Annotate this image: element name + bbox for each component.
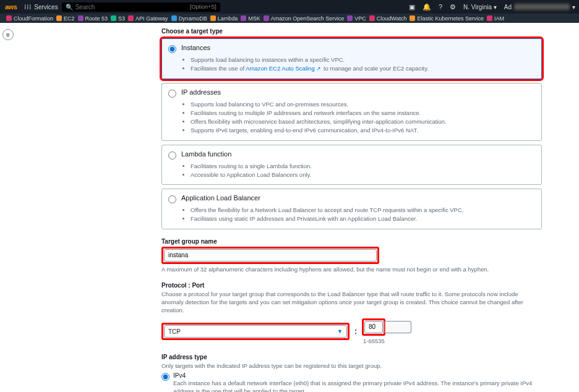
fav-iam[interactable]: IAM — [487, 15, 504, 22]
target-type-lambda-radio[interactable] — [168, 151, 176, 160]
services-link[interactable]: Services — [34, 4, 61, 11]
protocol-port-help: Choose a protocol for your target group … — [161, 290, 542, 315]
target-group-name-input[interactable] — [164, 249, 377, 262]
target-type-ip-card[interactable]: IP addresses Supports load balancing to … — [161, 83, 542, 141]
fav-apigateway[interactable]: API Gateway — [128, 15, 168, 22]
target-type-instances-radio[interactable] — [168, 45, 176, 53]
ipv4-radio[interactable] — [161, 373, 169, 381]
fav-cloudformation[interactable]: CloudFormation — [6, 15, 53, 22]
notifications-icon[interactable]: 🔔 — [419, 3, 435, 11]
ipv4-label: IPv4 — [173, 372, 542, 379]
chevron-down-icon: ▼ — [337, 328, 343, 334]
ip-type-help: Only targets with the indicated IP addre… — [161, 362, 542, 370]
ipv4-desc: Each instance has a default network inte… — [173, 380, 542, 392]
cloudshell-icon[interactable]: ▣ — [405, 3, 419, 11]
service-favorites-bar: CloudFormation EC2 Route 53 S3 API Gatew… — [0, 14, 579, 23]
auto-scaling-link[interactable]: Amazon EC2 Auto Scaling — [246, 65, 322, 72]
fav-eks[interactable]: Elastic Kubernetes Service — [410, 15, 484, 22]
fav-lambda[interactable]: Lambda — [210, 15, 238, 22]
fav-vpc[interactable]: VPC — [347, 15, 366, 22]
ip-type-label: IP address type — [161, 354, 542, 360]
account-id-blurred — [514, 4, 570, 10]
region-selector[interactable]: N. Virginia ▾ — [460, 4, 500, 11]
instances-bullet-2: Facilitates the use of Amazon EC2 Auto S… — [191, 64, 535, 73]
target-type-lambda-card[interactable]: Lambda function Facilitates routing to a… — [161, 145, 542, 185]
target-type-alb-label: Application Load Balancer — [181, 194, 260, 202]
protocol-port-separator: : — [353, 327, 358, 336]
global-search[interactable]: 🔍 [Option+S] — [62, 2, 220, 12]
port-input-rest — [383, 321, 411, 333]
fav-dynamodb[interactable]: DynamoDB — [171, 15, 207, 22]
target-type-alb-card[interactable]: Application Load Balancer Offers the fle… — [161, 189, 542, 229]
side-nav-toggle[interactable]: ≡ — [2, 29, 14, 40]
fav-msk[interactable]: MSK — [241, 15, 260, 22]
account-menu[interactable]: Ad ▾ — [500, 4, 579, 11]
search-icon: 🔍 — [66, 4, 73, 11]
fav-cloudwatch[interactable]: CloudWatch — [369, 15, 407, 22]
external-link-icon — [316, 64, 322, 70]
port-range-hint: 1-65535 — [363, 337, 411, 345]
protocol-port-label: Protocol : Port — [161, 282, 542, 289]
help-icon[interactable]: ? — [435, 3, 446, 11]
fav-route53[interactable]: Route 53 — [78, 15, 108, 22]
target-type-lambda-label: Lambda function — [181, 150, 231, 158]
target-type-instances-card[interactable]: Instances Supports load balancing to ins… — [161, 38, 542, 79]
main-content: Choose a target type Instances Supports … — [16, 23, 579, 392]
fav-s3[interactable]: S3 — [111, 15, 125, 22]
fav-ec2[interactable]: EC2 — [56, 15, 75, 22]
settings-gear-icon[interactable]: ⚙ — [446, 3, 460, 11]
target-type-ip-label: IP addresses — [181, 88, 221, 96]
port-input[interactable] — [364, 321, 383, 333]
search-shortcut-hint: [Option+S] — [190, 4, 217, 10]
choose-target-type-header: Choose a target type — [161, 28, 542, 35]
fav-opensearch[interactable]: Amazon OpenSearch Service — [264, 15, 345, 22]
aws-logo[interactable]: aws — [0, 3, 22, 11]
search-input[interactable] — [75, 4, 187, 11]
target-group-name-label: Target group name — [161, 238, 542, 245]
ipv4-option[interactable]: IPv4 Each instance has a default network… — [161, 372, 542, 392]
global-topbar: aws ⁞⁞⁞ Services 🔍 [Option+S] ▣ 🔔 ? ⚙ N.… — [0, 0, 579, 14]
services-grid-icon[interactable]: ⁞⁞⁞ — [22, 3, 34, 11]
target-type-ip-radio[interactable] — [168, 90, 176, 98]
target-type-alb-radio[interactable] — [168, 195, 176, 203]
protocol-select[interactable]: TCP ▼ — [164, 325, 347, 338]
target-group-name-help: A maximum of 32 alphanumeric characters … — [161, 265, 542, 273]
instances-bullet-1: Supports load balancing to instances wit… — [191, 56, 535, 64]
target-type-instances-label: Instances — [181, 44, 210, 51]
